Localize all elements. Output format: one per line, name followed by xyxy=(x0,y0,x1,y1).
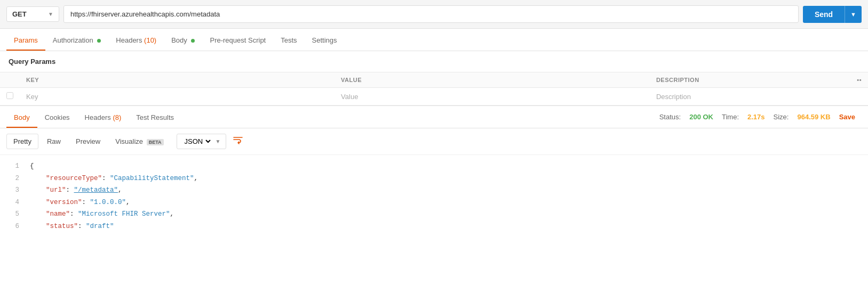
time-value: 2.17s xyxy=(747,113,765,121)
top-bar: GET POST PUT PATCH DELETE HEAD OPTIONS ▼… xyxy=(0,0,868,29)
value-col-header: VALUE xyxy=(335,72,650,88)
method-selector[interactable]: GET POST PUT PATCH DELETE HEAD OPTIONS ▼ xyxy=(6,6,59,22)
method-chevron-icon: ▼ xyxy=(48,11,53,17)
checkbox-col-header xyxy=(0,72,20,88)
json-viewer: 1 { 2 "resourceType": "CapabilityStateme… xyxy=(0,155,868,238)
body-dot xyxy=(191,39,195,43)
tab-settings[interactable]: Settings xyxy=(305,29,345,51)
response-tab-body[interactable]: Body xyxy=(6,106,37,128)
response-section: Body Cookies Headers (8) Test Results St… xyxy=(0,105,868,238)
size-value: 964.59 KB xyxy=(797,113,830,121)
format-tab-pretty[interactable]: Pretty xyxy=(6,134,38,149)
time-label: Time: xyxy=(722,113,739,121)
format-chevron-icon: ▼ xyxy=(216,138,221,144)
row-actions xyxy=(850,88,868,105)
response-meta: Status: 200 OK Time: 2.17s Size: 964.59 … xyxy=(659,113,862,121)
headers-badge: (10) xyxy=(144,36,156,44)
wrap-icon[interactable] xyxy=(233,135,243,148)
query-params-table: KEY VALUE DESCRIPTION •• Key Value Descr… xyxy=(0,72,868,105)
body-toolbar: Pretty Raw Preview Visualize BETA JSON X… xyxy=(0,128,868,155)
description-cell[interactable]: Description xyxy=(650,88,850,105)
value-cell[interactable]: Value xyxy=(335,88,650,105)
send-dropdown-button[interactable]: ▼ xyxy=(845,6,862,23)
json-line-1: 1 { xyxy=(9,160,859,173)
response-tab-test-results[interactable]: Test Results xyxy=(129,106,181,128)
size-label: Size: xyxy=(774,113,789,121)
query-params-header: Query Params xyxy=(0,51,868,72)
tab-headers[interactable]: Headers (10) xyxy=(108,29,164,51)
tab-body[interactable]: Body xyxy=(164,29,202,51)
format-select[interactable]: JSON XML HTML Text xyxy=(182,137,212,146)
row-checkbox[interactable] xyxy=(0,88,20,105)
save-link[interactable]: Save xyxy=(839,113,855,121)
request-tabs: Params Authorization Headers (10) Body P… xyxy=(0,29,868,51)
authorization-dot xyxy=(97,39,101,43)
format-tab-visualize[interactable]: Visualize BETA xyxy=(109,134,170,149)
dots-col-header: •• xyxy=(850,72,868,88)
method-dropdown[interactable]: GET POST PUT PATCH DELETE HEAD OPTIONS xyxy=(12,10,44,18)
tab-authorization[interactable]: Authorization xyxy=(45,29,109,51)
key-col-header: KEY xyxy=(20,72,335,88)
response-tabs-row: Body Cookies Headers (8) Test Results St… xyxy=(0,106,868,128)
response-tab-cookies[interactable]: Cookies xyxy=(37,106,77,128)
status-label: Status: xyxy=(659,113,681,121)
json-line-5: 5 "name": "Microsoft FHIR Server", xyxy=(9,208,859,221)
url-input[interactable] xyxy=(63,5,799,23)
json-line-4: 4 "version": "1.0.0.0", xyxy=(9,197,859,209)
response-tab-headers[interactable]: Headers (8) xyxy=(77,106,129,128)
json-line-6: 6 "status": "draft" xyxy=(9,221,859,233)
json-line-2: 2 "resourceType": "CapabilityStatement", xyxy=(9,173,859,185)
beta-badge: BETA xyxy=(147,139,164,145)
tab-params[interactable]: Params xyxy=(6,29,45,51)
send-button-group: Send ▼ xyxy=(803,6,862,23)
format-tab-raw[interactable]: Raw xyxy=(41,134,67,149)
table-row: Key Value Description xyxy=(0,88,868,105)
tab-prerequest[interactable]: Pre-request Script xyxy=(202,29,273,51)
tab-tests[interactable]: Tests xyxy=(273,29,304,51)
status-value: 200 OK xyxy=(689,113,713,121)
response-headers-badge: (8) xyxy=(113,113,121,121)
json-line-3: 3 "url": "/metadata", xyxy=(9,184,859,197)
key-cell[interactable]: Key xyxy=(20,88,335,105)
send-button[interactable]: Send xyxy=(803,6,845,23)
format-select-wrapper[interactable]: JSON XML HTML Text ▼ xyxy=(177,134,227,149)
desc-col-header: DESCRIPTION xyxy=(650,72,850,88)
format-tab-preview[interactable]: Preview xyxy=(69,134,107,149)
